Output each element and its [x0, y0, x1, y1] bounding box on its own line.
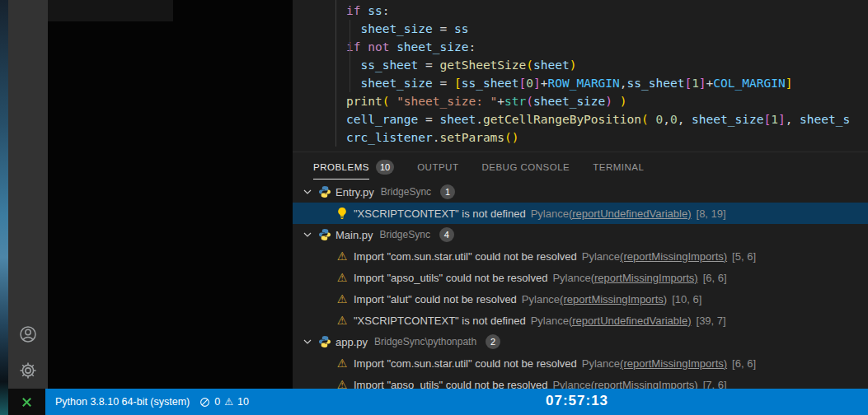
indent-guide: [350, 20, 350, 92]
problem-message: Import "apso_utils" could not be resolve…: [354, 379, 547, 389]
problems-list: Entry.pyBridgeSync1"XSCRIPTCONTEXT" is n…: [293, 181, 868, 389]
problem-rule-link[interactable]: (reportMissingImports): [620, 357, 727, 370]
code-line: crc_listener.setParams(): [346, 128, 868, 147]
activity-bar: [8, 0, 48, 389]
code-line: if not sheet_size:: [346, 38, 868, 56]
problem-file-group[interactable]: Entry.pyBridgeSync1: [293, 181, 868, 203]
file-problem-count: 4: [439, 227, 454, 242]
panel-tab-problems[interactable]: PROBLEMS10: [313, 152, 394, 181]
problem-position: [10, 6]: [672, 293, 701, 305]
problem-source: Pylance: [552, 379, 590, 389]
warning-icon: ⚠: [335, 314, 349, 327]
panel-tab-label: DEBUG CONSOLE: [481, 154, 570, 180]
error-count: 0: [214, 396, 220, 408]
problem-message: Import "com.sun.star.util" could not be …: [354, 357, 577, 370]
main-area: if ss: sheet_size = ssif not sheet_size:…: [293, 0, 868, 389]
file-problem-count: 1: [440, 184, 455, 199]
problem-item[interactable]: ⚠Import "apso_utils" could not be resolv…: [293, 267, 868, 288]
code-content: if ss: sheet_size = ssif not sheet_size:…: [293, 0, 868, 147]
problem-message: Import "com.sun.star.util" could not be …: [354, 250, 577, 263]
indent-guide: [335, 0, 336, 147]
lightbulb-icon: [335, 207, 349, 220]
problem-rule-link[interactable]: (reportUndefinedVariable): [569, 208, 692, 220]
problem-source: Pylance: [531, 315, 569, 327]
panel-tab-label: PROBLEMS: [313, 154, 369, 180]
problem-position: [6, 6]: [703, 272, 727, 284]
code-line: sheet_size = [ss_sheet[0]+ROW_MARGIN,ss_…: [346, 74, 868, 92]
code-line: sheet_size = ss: [346, 20, 868, 38]
problem-position: [6, 6]: [732, 357, 756, 370]
file-path: BridgeSync\pythonpath: [374, 336, 476, 347]
code-line: cell_range = sheet.getCellRangeByPositio…: [346, 110, 868, 128]
file-path: BridgeSync: [381, 186, 431, 198]
python-interpreter-status[interactable]: Python 3.8.10 64-bit (system): [55, 396, 190, 408]
python-interpreter-label: Python 3.8.10 64-bit (system): [55, 396, 190, 408]
problem-item[interactable]: "XSCRIPTCONTEXT" is not definedPylance(r…: [293, 203, 868, 224]
problem-position: [39, 7]: [697, 315, 726, 327]
panel-tab-debug-console[interactable]: DEBUG CONSOLE: [481, 152, 570, 181]
background-window-edge: [48, 0, 173, 21]
problem-rule-link[interactable]: (reportMissingImports): [620, 250, 727, 263]
problem-item[interactable]: ⚠Import "com.sun.star.util" could not be…: [293, 245, 868, 267]
problem-position: [5, 6]: [732, 250, 756, 263]
warnings-icon: ⚠: [224, 396, 233, 408]
python-file-icon: [318, 228, 331, 241]
problem-item[interactable]: ⚠"XSCRIPTCONTEXT" is not definedPylance(…: [293, 310, 868, 331]
desktop-wallpaper-strip: [0, 0, 8, 415]
warning-icon: ⚠: [335, 271, 349, 284]
problem-item[interactable]: ⚠Import "com.sun.star.util" could not be…: [293, 352, 868, 374]
warning-icon: ⚠: [335, 249, 349, 263]
python-file-icon: [318, 185, 331, 198]
clock-overlay: 07:57:13: [546, 393, 608, 409]
problems-total-badge: 10: [376, 160, 394, 175]
problem-item[interactable]: ⚠Import "alut" could not be resolvedPyla…: [293, 288, 868, 310]
problem-message: Import "apso_utils" could not be resolve…: [354, 272, 547, 284]
warning-count: 10: [237, 396, 249, 408]
chevron-down-icon[interactable]: [301, 228, 314, 241]
remote-indicator[interactable]: [8, 389, 45, 415]
code-line: if ss:: [346, 2, 868, 20]
file-problem-count: 2: [486, 334, 500, 349]
problem-source: Pylance: [582, 250, 620, 263]
problem-file-group[interactable]: app.pyBridgeSync\pythonpath2: [293, 331, 868, 352]
problem-source: Pylance: [522, 293, 560, 305]
problem-message: "XSCRIPTCONTEXT" is not defined: [354, 208, 526, 220]
python-file-icon: [318, 335, 331, 348]
problem-rule-link[interactable]: (reportMissingImports): [591, 379, 698, 389]
problem-source: Pylance: [531, 208, 569, 220]
panel-tab-bar: PROBLEMS10OUTPUTDEBUG CONSOLETERMINAL: [293, 152, 868, 181]
code-editor[interactable]: if ss: sheet_size = ssif not sheet_size:…: [293, 0, 868, 152]
panel-tab-output[interactable]: OUTPUT: [417, 152, 458, 181]
chevron-down-icon[interactable]: [301, 185, 314, 198]
settings-gear-icon[interactable]: [16, 359, 40, 382]
problem-rule-link[interactable]: (reportUndefinedVariable): [569, 315, 692, 327]
problem-file-group[interactable]: Main.pyBridgeSync4: [293, 224, 868, 245]
file-name: Main.py: [335, 229, 373, 241]
warning-icon: ⚠: [335, 378, 349, 389]
file-name: app.py: [335, 336, 368, 348]
problem-source: Pylance: [582, 357, 620, 370]
problem-rule-link[interactable]: (reportMissingImports): [560, 293, 667, 305]
problem-item[interactable]: ⚠Import "apso_utils" could not be resolv…: [293, 374, 868, 389]
problems-status[interactable]: 0 ⚠ 10: [199, 396, 249, 408]
errors-icon: [199, 397, 210, 408]
status-bar: Python 3.8.10 64-bit (system) 0 ⚠ 10 07:…: [8, 389, 868, 415]
problem-source: Pylance: [552, 272, 590, 284]
account-icon[interactable]: [16, 323, 40, 346]
problem-rule-link[interactable]: (reportMissingImports): [591, 272, 698, 284]
problem-position: [7, 6]: [703, 379, 727, 389]
warning-icon: ⚠: [335, 292, 349, 305]
bottom-panel: PROBLEMS10OUTPUTDEBUG CONSOLETERMINAL En…: [293, 152, 868, 389]
problem-position: [8, 19]: [697, 208, 726, 220]
warning-icon: ⚠: [335, 357, 349, 370]
code-line: print( "sheet_size: "+str(sheet_size) ): [346, 92, 868, 110]
code-line: ss_sheet = getSheetSize(sheet): [346, 56, 868, 74]
problem-message: "XSCRIPTCONTEXT" is not defined: [354, 315, 526, 327]
panel-tab-label: TERMINAL: [593, 154, 644, 180]
chevron-down-icon[interactable]: [301, 335, 314, 348]
file-path: BridgeSync: [380, 229, 430, 240]
panel-tab-label: OUTPUT: [417, 154, 458, 180]
problem-message: Import "alut" could not be resolved: [354, 293, 517, 305]
sidebar-empty: [48, 0, 293, 389]
panel-tab-terminal[interactable]: TERMINAL: [593, 152, 644, 181]
